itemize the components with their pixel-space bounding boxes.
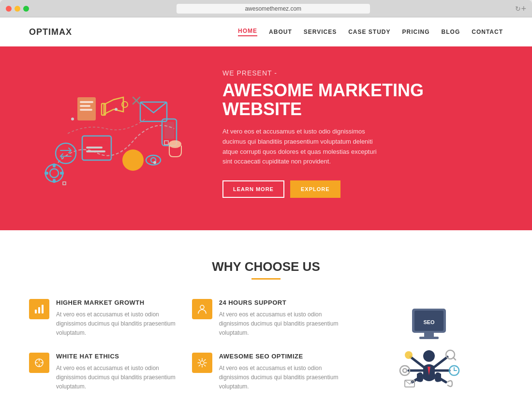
svg-text:SEO: SEO — [423, 319, 435, 325]
svg-point-45 — [403, 369, 407, 372]
feature-content-3: WHITE HAT ETHICS At vero eos et accusamu… — [56, 353, 177, 392]
site-navigation: HOME ABOUT SERVICES CASE STUDY PRICING B… — [238, 28, 503, 36]
nav-item-services[interactable]: SERVICES — [304, 29, 337, 35]
svg-point-28 — [153, 161, 156, 164]
browser-toolbar: awesomethemez.com ↻ + — [0, 0, 532, 17]
svg-rect-4 — [44, 172, 48, 175]
feature-item-2: 24 HOURS SUPPORT At vero eos et accusamu… — [192, 299, 340, 338]
hero-buttons: LEARN MORE EXPLORE — [222, 180, 503, 198]
features-section: WHY CHOOSE US HIGHER MARKET GROWTH At ve… — [0, 230, 532, 416]
svg-rect-10 — [86, 150, 105, 152]
feature-desc-3: At vero eos et accusamus et iusto odion … — [56, 364, 177, 392]
svg-line-48 — [453, 357, 456, 360]
hero-illustration — [29, 66, 193, 201]
svg-point-12 — [146, 155, 161, 165]
feature-content-1: HIGHER MARKET GROWTH At vero eos et accu… — [56, 299, 177, 338]
feature-icon-1 — [29, 299, 49, 319]
learn-more-button[interactable]: LEARN MORE — [222, 180, 284, 198]
svg-point-26 — [71, 118, 74, 120]
nav-item-pricing[interactable]: PRICING — [402, 29, 430, 35]
feature-item-1: HIGHER MARKET GROWTH At vero eos et accu… — [29, 299, 177, 338]
svg-rect-32 — [38, 307, 40, 313]
feature-content-2: 24 HOURS SUPPORT At vero eos et accusamu… — [219, 299, 340, 338]
svg-rect-40 — [424, 333, 434, 337]
features-grid: HIGHER MARKET GROWTH At vero eos et accu… — [29, 299, 503, 401]
svg-point-11 — [122, 149, 144, 171]
logo-opti: OPTI — [29, 27, 51, 37]
svg-point-23 — [169, 140, 181, 148]
svg-rect-31 — [35, 310, 37, 313]
logo-max: MAX — [51, 27, 72, 37]
feature-item-3: WHITE HAT ETHICS At vero eos et accusamu… — [29, 353, 177, 392]
svg-rect-29 — [164, 141, 168, 145]
new-tab-button[interactable]: + — [521, 4, 526, 13]
nav-item-blog[interactable]: BLOG — [442, 29, 460, 35]
hero-description: At vero eos et accusamus et iusto odio d… — [222, 127, 387, 167]
seo-illustration: SEO — [355, 299, 503, 401]
feature-title-3: WHITE HAT ETHICS — [56, 353, 177, 360]
website-content: OPTIMAX HOME ABOUT SERVICES CASE STUDY P… — [0, 17, 532, 416]
svg-rect-33 — [42, 305, 44, 313]
feature-title-1: HIGHER MARKET GROWTH — [56, 299, 177, 306]
feature-desc-2: At vero eos et accusamus et iusto odion … — [219, 310, 340, 338]
hero-section: WE PRESENT - AWESOME MARKETING WEBSITE A… — [0, 46, 532, 230]
svg-rect-3 — [53, 179, 56, 183]
features-list: HIGHER MARKET GROWTH At vero eos et accu… — [29, 299, 340, 391]
svg-point-1 — [50, 169, 59, 178]
svg-rect-2 — [53, 163, 56, 167]
feature-title-2: 24 HOURS SUPPORT — [219, 299, 340, 306]
nav-item-case-study[interactable]: CASE STUDY — [348, 29, 390, 35]
browser-dots — [6, 6, 29, 12]
section-title: WHY CHOOSE US — [29, 259, 503, 274]
feature-icon-2 — [192, 299, 212, 319]
feature-icon-3 — [29, 353, 49, 373]
site-logo[interactable]: OPTIMAX — [29, 27, 72, 37]
feature-content-4: AWESOME SEO OPTIMIZE At vero eos et accu… — [219, 353, 340, 392]
refresh-icon[interactable]: ↻ — [515, 5, 521, 13]
svg-point-42 — [423, 350, 435, 362]
hero-subtitle: WE PRESENT - — [222, 69, 503, 77]
svg-rect-19 — [80, 105, 90, 107]
minimize-button-dot[interactable] — [15, 6, 20, 12]
feature-title-4: AWESOME SEO OPTIMIZE — [219, 353, 340, 360]
svg-point-43 — [405, 351, 413, 359]
close-button-dot[interactable] — [6, 6, 12, 12]
svg-point-34 — [200, 305, 204, 309]
hero-title: AWESOME MARKETING WEBSITE — [222, 81, 503, 119]
svg-rect-5 — [60, 172, 64, 175]
svg-point-27 — [115, 108, 118, 111]
svg-rect-41 — [419, 337, 439, 339]
svg-rect-8 — [86, 141, 107, 144]
hero-content: WE PRESENT - AWESOME MARKETING WEBSITE A… — [193, 69, 503, 198]
feature-desc-1: At vero eos et accusamus et iusto odion … — [56, 310, 177, 338]
svg-rect-22 — [164, 122, 174, 139]
svg-rect-20 — [80, 109, 92, 111]
nav-item-about[interactable]: ABOUT — [269, 29, 292, 35]
section-divider — [251, 278, 281, 280]
svg-rect-9 — [86, 147, 103, 149]
svg-point-36 — [200, 361, 204, 365]
feature-item-4: AWESOME SEO OPTIMIZE At vero eos et accu… — [192, 353, 340, 392]
svg-rect-6 — [56, 143, 76, 163]
address-bar[interactable]: awesomethemez.com — [177, 4, 370, 14]
explore-button[interactable]: EXPLORE — [290, 180, 340, 198]
svg-rect-30 — [63, 182, 66, 185]
svg-rect-18 — [80, 101, 93, 103]
maximize-button-dot[interactable] — [23, 6, 29, 12]
nav-item-contact[interactable]: CONTACT — [472, 29, 503, 35]
browser-chrome: awesomethemez.com ↻ + — [0, 0, 532, 17]
nav-item-home[interactable]: HOME — [238, 28, 257, 36]
site-header: OPTIMAX HOME ABOUT SERVICES CASE STUDY P… — [0, 17, 532, 46]
feature-icon-4 — [192, 353, 212, 373]
feature-desc-4: At vero eos et accusamus et iusto odion … — [219, 364, 340, 392]
